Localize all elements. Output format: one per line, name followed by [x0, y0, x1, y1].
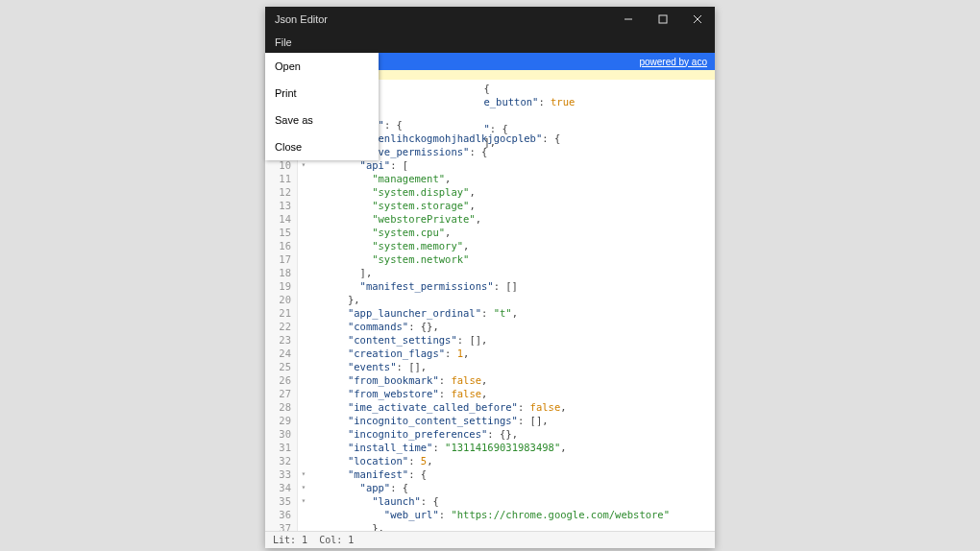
line-content[interactable]: "install_time": "13114169031983498", [309, 441, 715, 454]
line-content[interactable]: "system.network" [309, 252, 715, 266]
line-content[interactable]: ], [379, 135, 496, 149]
fold-marker [298, 199, 309, 212]
code-line[interactable]: 10▾ "api": [ [265, 158, 715, 172]
line-content[interactable]: "manifest": { [309, 467, 715, 481]
line-content[interactable]: "from_webstore": false, [309, 387, 715, 400]
powered-by-link[interactable]: powered by aco [639, 57, 707, 67]
code-line[interactable]: ": { [379, 122, 508, 135]
code-line[interactable]: 14 "webstorePrivate", [265, 212, 715, 226]
gutter: 34 [265, 481, 298, 494]
gutter: 37 [265, 521, 298, 531]
code-line[interactable]: 34▾ "app": { [265, 481, 715, 494]
fold-marker[interactable]: ▾ [298, 494, 309, 508]
code-line[interactable]: 23 "content_settings": [], [265, 333, 715, 347]
fold-marker[interactable]: ▾ [298, 467, 309, 481]
gutter: 11 [265, 172, 298, 185]
line-content[interactable] [379, 108, 380, 122]
line-content[interactable]: "incognito_preferences": {}, [309, 427, 715, 441]
menu-item-close[interactable]: Close [265, 133, 379, 160]
titlebar[interactable]: Json Editor [265, 7, 715, 32]
minimize-button[interactable] [611, 7, 646, 32]
fold-marker [298, 320, 309, 333]
line-content[interactable]: "content_settings": [], [309, 333, 715, 347]
line-content[interactable]: "location": 5, [309, 454, 715, 467]
fold-marker [298, 252, 309, 266]
code-line[interactable]: 31 "install_time": "13114169031983498", [265, 441, 715, 454]
code-line[interactable]: 27 "from_webstore": false, [265, 387, 715, 400]
code-line[interactable]: 28 "ime_activate_called_before": false, [265, 400, 715, 414]
line-content[interactable]: e_button": true [379, 95, 575, 108]
code-line[interactable]: 33▾ "manifest": { [265, 467, 715, 481]
line-content[interactable]: "from_bookmark": false, [309, 373, 715, 387]
code-line[interactable]: 11 "management", [265, 172, 715, 185]
line-content[interactable]: { [379, 82, 490, 95]
line-content[interactable]: "system.storage", [309, 199, 715, 212]
code-line[interactable]: 32 "location": 5, [265, 454, 715, 467]
line-content[interactable]: }, [309, 293, 715, 306]
code-line[interactable]: 21 "app_launcher_ordinal": "t", [265, 306, 715, 320]
code-line[interactable]: 16 "system.memory", [265, 239, 715, 252]
code-line[interactable]: 35▾ "launch": { [265, 494, 715, 508]
maximize-button[interactable] [646, 7, 680, 32]
code-line[interactable]: 26 "from_bookmark": false, [265, 373, 715, 387]
menu-item-save-as[interactable]: Save as [265, 107, 379, 133]
gutter: 12 [265, 185, 298, 199]
menu-file[interactable]: File [275, 36, 292, 48]
code-line[interactable] [379, 108, 380, 122]
line-content[interactable]: "api": [ [309, 158, 715, 172]
code-line[interactable]: 22 "commands": {}, [265, 320, 715, 333]
code-line[interactable]: 15 "system.cpu", [265, 226, 715, 239]
code-line[interactable]: ], [379, 135, 496, 149]
code-line[interactable]: e_button": true [379, 95, 575, 108]
menu-item-print[interactable]: Print [265, 80, 379, 107]
fold-marker [298, 212, 309, 226]
code-line[interactable]: 36 "web_url": "https://chrome.google.com… [265, 508, 715, 521]
line-content[interactable]: "manifest_permissions": [] [309, 279, 715, 293]
code-line[interactable]: 20 }, [265, 293, 715, 306]
fold-marker [298, 266, 309, 279]
gutter: 29 [265, 414, 298, 427]
code-line[interactable]: 37 }, [265, 521, 715, 531]
code-line[interactable]: 19 "manifest_permissions": [] [265, 279, 715, 293]
fold-marker[interactable]: ▾ [298, 481, 309, 494]
fold-marker [298, 279, 309, 293]
gutter: 28 [265, 400, 298, 414]
line-content[interactable]: "system.display", [309, 185, 715, 199]
code-line[interactable]: 12 "system.display", [265, 185, 715, 199]
code-line[interactable]: { [379, 82, 490, 95]
line-content[interactable]: ], [309, 266, 715, 279]
line-content[interactable]: "app": { [309, 481, 715, 494]
gutter: 14 [265, 212, 298, 226]
line-content[interactable]: "incognito_content_settings": [], [309, 414, 715, 427]
line-content[interactable]: "webstorePrivate", [309, 212, 715, 226]
code-line[interactable]: 29 "incognito_content_settings": [], [265, 414, 715, 427]
fold-marker [298, 427, 309, 441]
code-line[interactable]: 25 "events": [], [265, 360, 715, 373]
line-content[interactable]: "web_url": "https://chrome.google.com/we… [309, 508, 715, 521]
line-content[interactable]: "system.memory", [309, 239, 715, 252]
gutter: 24 [265, 347, 298, 360]
line-content[interactable]: "management", [309, 172, 715, 185]
code-line[interactable]: 18 ], [265, 266, 715, 279]
code-line[interactable]: 13 "system.storage", [265, 199, 715, 212]
line-content[interactable]: ": { [379, 122, 508, 135]
line-content[interactable]: "events": [], [309, 360, 715, 373]
fold-marker [298, 226, 309, 239]
gutter: 23 [265, 333, 298, 347]
close-button[interactable] [680, 7, 715, 32]
line-content[interactable]: "ime_activate_called_before": false, [309, 400, 715, 414]
code-line[interactable]: 24 "creation_flags": 1, [265, 347, 715, 360]
svg-rect-1 [659, 15, 667, 23]
code-line[interactable]: 17 "system.network" [265, 252, 715, 266]
line-content[interactable]: "launch": { [309, 494, 715, 508]
line-content[interactable]: "app_launcher_ordinal": "t", [309, 306, 715, 320]
line-content[interactable]: "commands": {}, [309, 320, 715, 333]
menu-item-open[interactable]: Open [265, 53, 379, 80]
code-line[interactable]: 30 "incognito_preferences": {}, [265, 427, 715, 441]
file-menu-dropdown: Open Print Save as Close [265, 53, 379, 160]
line-content[interactable]: }, [309, 521, 715, 531]
gutter: 10 [265, 158, 298, 172]
line-content[interactable]: "system.cpu", [309, 226, 715, 239]
line-content[interactable]: "creation_flags": 1, [309, 347, 715, 360]
fold-marker[interactable]: ▾ [298, 158, 309, 172]
